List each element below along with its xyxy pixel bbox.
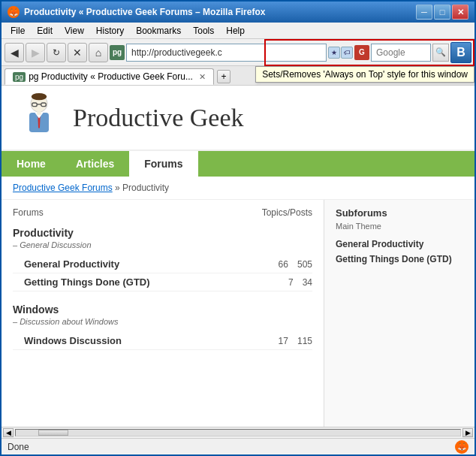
address-text: http://productivegeek.c: [131, 47, 222, 58]
svg-point-4: [32, 93, 47, 100]
stop-button[interactable]: ✕: [68, 43, 87, 62]
breadcrumb-current: Productivity: [122, 183, 169, 193]
breadcrumb-separator: »: [115, 183, 122, 193]
column-headers: Forums Topics/Posts: [13, 207, 312, 221]
window-title: Productivity « Productive Geek Forums – …: [24, 7, 416, 17]
forum-stats: 66 505: [260, 259, 312, 270]
menu-edit[interactable]: Edit: [31, 24, 59, 38]
close-button[interactable]: ✕: [452, 5, 468, 20]
nav-bar: ◀ ▶ ↻ ✕ ⌂ pg http://productivegeek.c ★ 🏷…: [2, 39, 474, 66]
group-desc-windows: – Discussion about Windows: [13, 317, 312, 326]
refresh-button[interactable]: ↻: [47, 43, 66, 62]
bookmark-tag-icon[interactable]: 🏷: [341, 47, 353, 59]
browser-window: 🦊 Productivity « Productive Geek Forums …: [0, 0, 476, 456]
active-tab[interactable]: pg pg Productivity « Productive Geek For…: [5, 68, 214, 85]
col-topics-posts: Topics/Posts: [262, 207, 312, 218]
search-input[interactable]: [371, 44, 431, 62]
breadcrumb-link-forums[interactable]: Productive Geek Forums: [13, 183, 113, 193]
tooltip: Sets/Removes 'Always on Top' style for t…: [255, 66, 474, 83]
bookmark-star-icon[interactable]: ★: [328, 47, 340, 59]
forward-button[interactable]: ▶: [26, 43, 45, 62]
forum-group-windows: Windows – Discussion about Windows Windo…: [13, 303, 312, 350]
tooltip-text: Sets/Removes 'Always on Top' style for t…: [262, 69, 468, 80]
site-nav: Home Articles Forums: [2, 151, 474, 177]
posts-count: 505: [297, 259, 312, 270]
table-row: Windows Discussion 17 115: [13, 332, 312, 350]
window-controls: ─ □ ✕: [416, 5, 468, 20]
col-forums: Forums: [13, 207, 44, 218]
home-button[interactable]: ⌂: [89, 43, 108, 62]
search-button[interactable]: 🔍: [432, 44, 449, 62]
posts-count-gtd: 34: [303, 277, 312, 288]
forums-sidebar: Subforums Main Theme General Productivit…: [324, 200, 474, 427]
firefox-status-icon: 🦊: [455, 440, 468, 454]
address-bar[interactable]: http://productivegeek.c: [126, 44, 327, 62]
forum-name-windows[interactable]: Windows Discussion: [24, 335, 122, 346]
pg-badge: pg: [110, 45, 125, 60]
forum-group-productivity: Productivity – General Discussion Genera…: [13, 227, 312, 291]
status-bar: Done 🦊: [2, 438, 474, 454]
forum-stats-gtd: 7 34: [260, 277, 312, 288]
title-bar: 🦊 Productivity « Productive Geek Forums …: [2, 2, 474, 23]
back-button[interactable]: ◀: [5, 43, 24, 62]
site-header: Productive Geek: [2, 86, 474, 151]
topics-count: 66: [279, 259, 288, 270]
table-row: Getting Things Done (GTD) 7 34: [13, 273, 312, 291]
scroll-track-h[interactable]: [15, 429, 461, 436]
forum-stats-windows: 17 115: [260, 336, 312, 346]
topics-count-windows: 17: [279, 336, 288, 346]
google-badge: G: [354, 45, 369, 60]
scroll-thumb-h[interactable]: [38, 430, 68, 436]
new-tab-button[interactable]: +: [217, 70, 230, 83]
svg-rect-8: [37, 111, 41, 115]
nav-forums[interactable]: Forums: [129, 151, 197, 177]
menu-history[interactable]: History: [90, 24, 130, 38]
sidebar-title: Subforums: [336, 207, 463, 219]
menu-help[interactable]: Help: [220, 24, 251, 38]
site-logo: [17, 93, 62, 142]
breadcrumb: Productive Geek Forums » Productivity: [2, 177, 474, 200]
page-body: Productive Geek Forums » Productivity Fo…: [2, 177, 474, 438]
topics-count-gtd: 7: [288, 277, 294, 288]
sidebar-link-gtd[interactable]: Getting Things Done (GTD): [336, 252, 463, 267]
menu-bar: File Edit View History Bookmarks Tools H…: [2, 23, 474, 39]
group-title-windows: Windows: [13, 303, 312, 316]
menu-tools[interactable]: Tools: [187, 24, 220, 38]
status-text: Done: [8, 442, 455, 452]
table-row: General Productivity 66 505: [13, 255, 312, 273]
maximize-button[interactable]: □: [434, 5, 450, 20]
always-on-top-button[interactable]: B: [450, 42, 471, 63]
site-title: Productive Geek: [73, 104, 244, 132]
group-desc-productivity: – General Discussion: [13, 240, 312, 249]
forum-name-general-productivity[interactable]: General Productivity: [24, 258, 119, 270]
tab-label: pg Productivity « Productive Geek Foru..…: [29, 71, 193, 82]
menu-bookmarks[interactable]: Bookmarks: [130, 24, 187, 38]
scroll-right-btn[interactable]: ▶: [462, 428, 473, 437]
menu-view[interactable]: View: [59, 24, 90, 38]
posts-count-windows: 115: [297, 336, 312, 346]
group-title-productivity: Productivity: [13, 227, 312, 239]
nav-articles[interactable]: Articles: [61, 151, 129, 177]
tab-site-icon: pg: [13, 72, 26, 82]
horizontal-scrollbar[interactable]: ◀ ▶: [2, 427, 474, 438]
sidebar-subtitle: Main Theme: [336, 222, 463, 231]
forums-layout: Forums Topics/Posts Productivity – Gener…: [2, 200, 474, 427]
forum-name-gtd[interactable]: Getting Things Done (GTD): [24, 276, 150, 288]
menu-file[interactable]: File: [5, 24, 31, 38]
scroll-left-btn[interactable]: ◀: [3, 428, 14, 437]
minimize-button[interactable]: ─: [416, 5, 432, 20]
content-area: Productive Geek Home Articles Forums Pro…: [2, 86, 474, 438]
bookmark-icons: ★ 🏷: [328, 47, 353, 59]
sidebar-link-general[interactable]: General Productivity: [336, 237, 463, 252]
firefox-icon: 🦊: [8, 6, 20, 18]
tab-close-icon[interactable]: ✕: [199, 72, 206, 82]
nav-home[interactable]: Home: [2, 151, 61, 177]
forums-main: Forums Topics/Posts Productivity – Gener…: [2, 200, 324, 427]
